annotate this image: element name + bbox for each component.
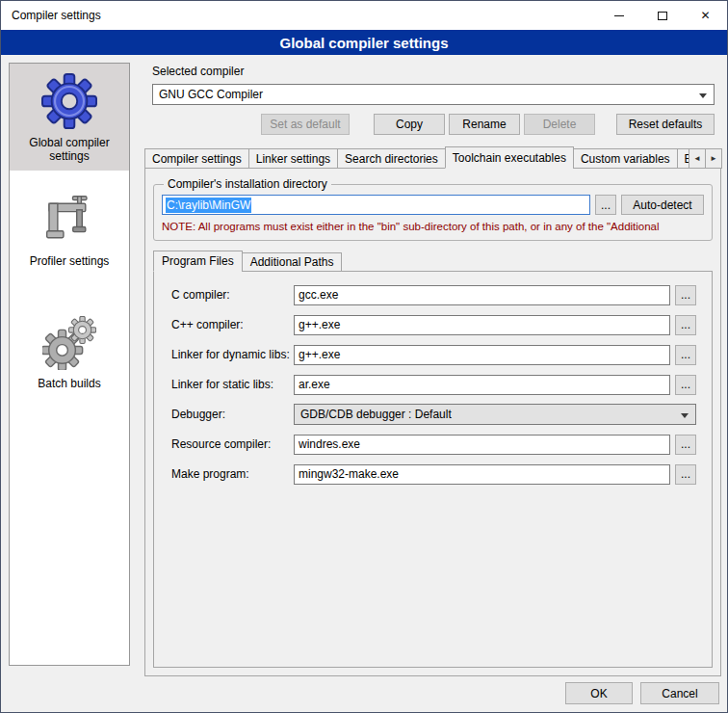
- resource-compiler-label: Resource compiler:: [171, 437, 294, 451]
- c-compiler-input[interactable]: [294, 285, 670, 305]
- rename-button[interactable]: Rename: [449, 114, 520, 135]
- note-text: NOTE: All programs must exist either in …: [162, 221, 704, 232]
- form-row: Make program: ...: [171, 463, 696, 485]
- clamp-icon: [42, 194, 96, 248]
- make-program-input[interactable]: [294, 464, 670, 485]
- tab-compiler-settings[interactable]: Compiler settings: [144, 148, 249, 169]
- sidebar-item-profiler-settings[interactable]: Profiler settings: [10, 184, 129, 276]
- browse-directory-button[interactable]: ...: [595, 195, 616, 215]
- static-linker-label: Linker for static libs:: [171, 378, 294, 391]
- installation-directory-row: C:\raylib\MinGW ... Auto-detect: [162, 195, 704, 215]
- toolchain-executables-panel: Compiler's installation directory C:\ray…: [144, 168, 721, 676]
- tab-toolchain-executables[interactable]: Toolchain executables: [445, 146, 574, 169]
- compiler-buttons-row: Set as default Copy Rename Delete Reset …: [152, 114, 715, 135]
- dynamic-linker-label: Linker for dynamic libs:: [171, 348, 294, 361]
- installation-directory-group-title: Compiler's installation directory: [164, 177, 331, 191]
- dialog-header: Global compiler settings: [1, 30, 727, 55]
- sidebar-item-label: Profiler settings: [30, 254, 110, 268]
- gears-icon: [42, 316, 96, 370]
- minimize-button[interactable]: [597, 1, 640, 30]
- chevron-down-icon: [681, 413, 689, 418]
- form-row: Linker for static libs: ...: [171, 374, 696, 395]
- compiler-combobox[interactable]: GNU GCC Compiler: [152, 84, 715, 105]
- form-row: C compiler: ...: [171, 284, 696, 305]
- tab-list: Compiler settings Linker settings Search…: [144, 146, 689, 169]
- reset-defaults-button[interactable]: Reset defaults: [616, 114, 715, 135]
- window-title: Compiler settings: [1, 9, 597, 22]
- close-icon: ✕: [700, 9, 710, 22]
- browse-button[interactable]: ...: [675, 435, 696, 455]
- autodetect-button[interactable]: Auto-detect: [621, 195, 704, 215]
- compiler-settings-dialog: Compiler settings ✕ Global compiler sett…: [0, 0, 728, 713]
- browse-button[interactable]: ...: [675, 375, 696, 395]
- minimize-icon: [614, 15, 624, 16]
- debugger-label: Debugger:: [171, 408, 294, 421]
- sidebar-item-label: Batch builds: [38, 377, 100, 390]
- ok-button[interactable]: OK: [565, 682, 633, 704]
- debugger-select[interactable]: GDB/CDB debugger : Default: [294, 404, 696, 425]
- form-row: C++ compiler: ...: [171, 314, 696, 335]
- resource-compiler-input[interactable]: [294, 435, 670, 455]
- browse-button[interactable]: ...: [675, 345, 696, 365]
- make-program-label: Make program:: [171, 467, 294, 481]
- gear-icon: [41, 73, 97, 129]
- dynamic-linker-input[interactable]: [294, 345, 670, 365]
- tab-strip: Compiler settings Linker settings Search…: [144, 146, 721, 169]
- set-as-default-button: Set as default: [261, 114, 350, 135]
- sidebar-item-label: Global compiler settings: [13, 136, 125, 163]
- form-row: Resource compiler: ...: [171, 434, 696, 455]
- tab-search-directories[interactable]: Search directories: [337, 148, 446, 169]
- tab-custom-variables[interactable]: Custom variables: [573, 148, 678, 169]
- tab-scroll-left-button[interactable]: ◄: [689, 148, 706, 169]
- delete-button: Delete: [524, 114, 595, 135]
- maximize-button[interactable]: [640, 1, 684, 30]
- sidebar-item-batch-builds[interactable]: Batch builds: [10, 306, 129, 398]
- title-bar: Compiler settings ✕: [1, 1, 727, 30]
- form-row: Debugger: GDB/CDB debugger : Default: [171, 404, 696, 425]
- maximize-icon: [658, 12, 667, 20]
- program-files-panel: C compiler: ... C++ compiler: ... Linker…: [153, 271, 713, 668]
- cpp-compiler-label: C++ compiler:: [171, 318, 294, 331]
- debugger-select-value: GDB/CDB debugger : Default: [300, 408, 452, 421]
- browse-button[interactable]: ...: [675, 464, 696, 485]
- subtab-program-files[interactable]: Program Files: [153, 251, 243, 272]
- arrow-left-icon: ◄: [693, 154, 701, 163]
- compiler-combobox-value: GNU GCC Compiler: [159, 88, 263, 101]
- selected-compiler-label: Selected compiler: [152, 65, 721, 79]
- subtab-additional-paths[interactable]: Additional Paths: [242, 252, 343, 272]
- subtab-strip: Program Files Additional Paths: [153, 251, 713, 272]
- close-button[interactable]: ✕: [684, 1, 727, 30]
- c-compiler-label: C compiler:: [171, 288, 294, 302]
- form-row: Linker for dynamic libs: ...: [171, 344, 696, 365]
- static-linker-input[interactable]: [294, 375, 670, 395]
- sidebar: Global compiler settings Profiler settin…: [9, 63, 130, 666]
- arrow-right-icon: ►: [710, 154, 717, 163]
- tab-linker-settings[interactable]: Linker settings: [248, 148, 338, 169]
- chevron-down-icon: [699, 93, 707, 98]
- tab-scroll-right-button[interactable]: ►: [705, 148, 722, 169]
- tab-build-options[interactable]: Build options: [677, 148, 689, 169]
- browse-button[interactable]: ...: [675, 285, 696, 305]
- cpp-compiler-input[interactable]: [294, 315, 670, 335]
- installation-directory-input[interactable]: C:\raylib\MinGW: [162, 195, 590, 215]
- browse-button[interactable]: ...: [675, 315, 696, 335]
- main-panel: Selected compiler GNU GCC Compiler Set a…: [141, 61, 721, 676]
- installation-directory-group: Compiler's installation directory C:\ray…: [153, 177, 713, 241]
- cancel-button[interactable]: Cancel: [640, 682, 719, 704]
- selected-text: C:\raylib\MinGW: [166, 198, 251, 213]
- copy-button[interactable]: Copy: [374, 114, 445, 135]
- sidebar-item-global-compiler-settings[interactable]: Global compiler settings: [10, 64, 129, 171]
